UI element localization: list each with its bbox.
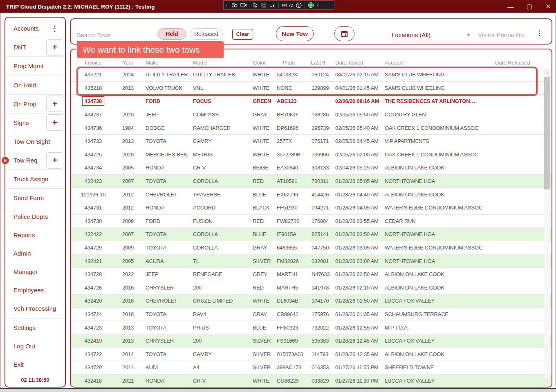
add-button[interactable]: +	[46, 114, 63, 131]
toolbar-kebab-menu-icon[interactable]: ⋮	[536, 29, 543, 38]
cell-date-towed: 01/27/26 11:55 PM	[330, 364, 379, 370]
tow-row[interactable]: 4347222014TOYOTACAMRYSILVER015073A031147…	[71, 347, 552, 361]
cell-year: 1984	[116, 125, 140, 131]
sidebar-item-label: On Hold	[13, 82, 36, 89]
record-indicator-icon[interactable]: 72	[282, 2, 293, 8]
cell-year: 2011	[116, 364, 140, 370]
accessibility-icon[interactable]	[296, 2, 302, 8]
cell-account: ALBION ON LAKE COOK	[379, 271, 482, 277]
cell-color: WHITE	[247, 298, 271, 304]
video-camera-icon[interactable]	[240, 3, 247, 7]
sidebar-item-on-prop[interactable]: On Prop+	[5, 95, 65, 114]
cell-model: CAMRY	[188, 351, 247, 357]
tow-row[interactable]: 4347202011AUDIA4SILVER398AC17301635301/2…	[71, 361, 552, 374]
released-filter-button[interactable]: Released	[190, 28, 223, 40]
tow-row[interactable]: 4347232013TOYOTAPRIUSBLUEFH8032373202201…	[71, 321, 552, 334]
status-check-icon[interactable]	[308, 2, 314, 8]
tow-row[interactable]: 4324212005ACURATLSILVERFM3282603208101/2…	[71, 254, 552, 268]
cell-date-towed: 01/27/26 11:30 PM	[330, 378, 379, 384]
cursor-select-icon[interactable]	[253, 2, 258, 8]
visitor-phone-input[interactable]: Visitor Phone No.	[478, 28, 534, 42]
tow-row[interactable]: 434738FORDFOCUSGREENABC12302/06/26 09:16…	[71, 95, 552, 108]
scroll-down-arrow-icon[interactable]: ↓	[544, 378, 550, 385]
tow-row[interactable]: 4347361984DODGERAMCHARGERWHITEDP61696295…	[71, 121, 552, 135]
add-button[interactable]: +	[46, 96, 63, 112]
cell-color: WHITE	[247, 71, 271, 78]
calendar-button[interactable]	[334, 26, 354, 41]
sidebar-item-accounts[interactable]: Accounts⋮	[5, 19, 65, 38]
cell-date-towed: 01/28/26 03:50 AM	[330, 231, 379, 237]
add-button[interactable]: +	[46, 39, 63, 56]
kebab-menu-icon[interactable]: ⋮	[51, 24, 58, 33]
add-button[interactable]: +	[46, 152, 63, 169]
vertical-scrollbar[interactable]: ↑ ↓	[544, 69, 550, 385]
collapse-chevron-icon[interactable]: ‹	[317, 2, 318, 8]
maximize-button[interactable]: ▢	[525, 3, 534, 10]
sidebar-item-truck-assign[interactable]: Truck Assign	[5, 170, 65, 189]
sidebar-item-tow-req[interactable]: Tow Req+5	[5, 151, 65, 170]
tow-row[interactable]: 4347292009TOYOTACOROLLAGRAY6463655047750…	[71, 241, 552, 255]
cursor-region-icon[interactable]	[269, 2, 276, 8]
tow-row[interactable]: 4352212024UTILITY TRAILER…UTILITY TRAILE…	[71, 68, 552, 82]
tow-row[interactable]: 4347372020JEEPCOMPASSGRAYBR70NG16828602/…	[71, 108, 552, 122]
cell-plate: CB89642	[271, 311, 306, 317]
cell-make: TOYOTA	[140, 351, 188, 357]
cell-date-towed: 01/28/26 01:35 AM	[330, 311, 379, 317]
new-tow-button[interactable]: New Tow	[276, 26, 314, 41]
scroll-up-arrow-icon[interactable]: ↑	[544, 69, 550, 76]
tow-row[interactable]: 4324222007TOYOTACOROLLABLUEIT9015A825141…	[71, 228, 552, 241]
sidebar-item-reports[interactable]: Reports	[5, 226, 65, 244]
tow-row[interactable]: 121926-102012CHEVROLETTRAVERSEBLUEEX6279…	[71, 188, 552, 201]
sidebar-item-admin[interactable]: Admin	[5, 244, 65, 263]
cell-year: 2020	[116, 111, 140, 118]
tow-row[interactable]: 4324232007TOYOTACOROLLAREDAT185817803110…	[71, 175, 552, 188]
tow-row[interactable]: 4347252020MERCEDES-BENZMETRISWHITE357228…	[71, 148, 552, 162]
sidebar-item-on-hold[interactable]: On Hold	[5, 76, 65, 94]
cell-last-6: 175976	[306, 311, 330, 317]
cell-plate: ABC123	[271, 98, 306, 104]
tow-row[interactable]: 4347332013TOYOTACAMRYWHITE257TX07617102/…	[71, 135, 552, 148]
cell-color: WHITE	[247, 138, 271, 144]
cell-date-towed: 01/28/26 04:40 AM	[330, 192, 379, 198]
tow-row[interactable]: 4352182013VOLVO TRUCKVNLWHITENONE1298990…	[71, 82, 552, 95]
sidebar-item-settings[interactable]: Settings	[5, 318, 65, 337]
cell-account: THE RESIDENCES AT ARLINGTON…	[379, 98, 482, 104]
tow-row[interactable]: 4324202016CHEVROLETCRUZE LIMITEDWHITEDL6…	[71, 294, 552, 308]
tow-row[interactable]: 4347342005HONDACR-VBEIGEEA3064030813302/…	[71, 161, 552, 175]
capture-settings-icon[interactable]	[231, 2, 238, 8]
cell-account: NORTHTOWNE HOA	[379, 178, 482, 184]
sidebar-item-tow-on-sight[interactable]: Tow On Sight	[5, 132, 65, 151]
scrollbar-thumb[interactable]	[544, 77, 550, 189]
tow-row[interactable]: 4347262016CHRYSLER200REDMARTH514197801/2…	[71, 281, 552, 295]
region-icon[interactable]	[261, 2, 267, 8]
minimize-button[interactable]: —	[507, 3, 515, 10]
drag-handle-icon[interactable]	[226, 2, 229, 8]
tow-row[interactable]: 4347302009FORDFUSIONREDFW8272017680401/2…	[71, 215, 552, 228]
cell-last-6: 129899	[306, 85, 330, 91]
sidebar-item-log-out[interactable]: Log Out	[5, 337, 65, 355]
tow-row[interactable]: 4347242018TOYOTARAV4GRAYCB8964217597601/…	[71, 308, 552, 321]
tow-row[interactable]: 4347312012HONDAACCORDBLACKFF519300942710…	[71, 201, 552, 215]
sidebar-item-police-depts[interactable]: Police Depts	[5, 207, 65, 226]
tow-row[interactable]: 4324192013CHRYSLER200SILVERFS91669595383…	[71, 334, 552, 348]
sidebar-item-veh-processing[interactable]: Veh Processing	[5, 299, 65, 318]
sidebar-item-signs[interactable]: Signs+	[5, 114, 65, 132]
tow-row[interactable]: 4324182021HONDACR-VWHITECU8622903382901/…	[71, 374, 552, 388]
cell-invoice: 432421	[85, 258, 102, 264]
sidebar-item-prop-mgmt[interactable]: Prop Mgmt	[5, 57, 65, 76]
held-filter-button[interactable]: Held	[157, 28, 186, 40]
tow-row[interactable]: 4347282022JEEPRENEGADEGREYMARTH1N4763301…	[71, 268, 552, 281]
sidebar-item-dnt[interactable]: DNT+	[5, 38, 65, 57]
sidebar-item-exit[interactable]: Exit	[5, 355, 65, 374]
close-button[interactable]: ✕	[544, 3, 552, 10]
sidebar-item-employees[interactable]: Employees	[5, 281, 65, 299]
cell-invoice: 432418	[85, 378, 102, 384]
cell-plate: AT18581	[271, 178, 306, 184]
clear-button[interactable]: Clear	[232, 29, 253, 40]
sidebar-item-send-form[interactable]: Send Form	[5, 189, 65, 207]
cell-account: ALBION ON LAKE COOK	[379, 285, 482, 291]
cell-last-6: 076171	[306, 138, 330, 144]
sidebar-item-manager[interactable]: Manager	[5, 263, 65, 281]
cell-date-towed: 02/05/26 04:45 AM	[330, 138, 379, 144]
locations-dropdown[interactable]: Locations (All) ▼	[392, 28, 472, 42]
